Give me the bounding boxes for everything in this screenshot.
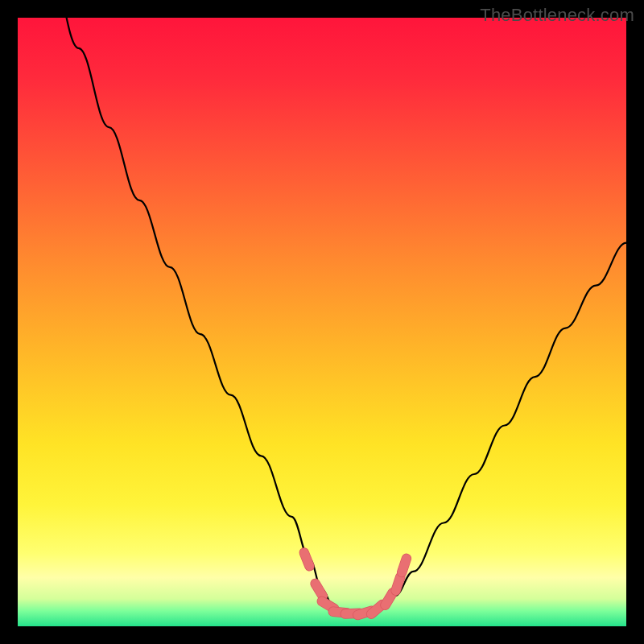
- gradient-background: [18, 18, 626, 626]
- marker-point: [402, 559, 407, 572]
- chart-frame: TheBottleneck.com: [0, 0, 644, 644]
- watermark-text: TheBottleneck.com: [480, 5, 634, 26]
- marker-point: [396, 577, 401, 591]
- marker-point: [304, 552, 310, 566]
- plot-area: [18, 18, 626, 626]
- bottleneck-chart: [18, 18, 626, 626]
